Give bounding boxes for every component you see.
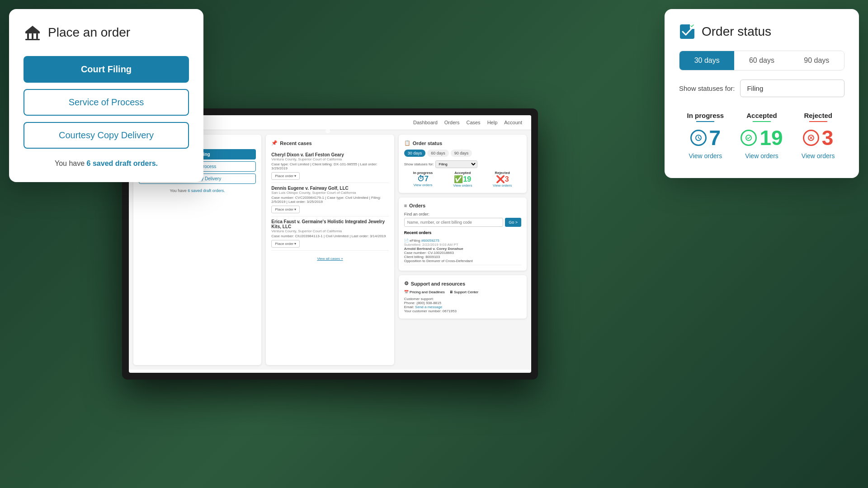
tab-90-days[interactable]: 90 days (789, 51, 844, 70)
view-all-cases-link[interactable]: View all cases » (317, 257, 343, 261)
case-court-1: Ventura County, Superior Court of Califo… (271, 157, 388, 161)
nav-help[interactable]: Help (487, 120, 498, 125)
order-item-1: 📄 eFiling #60059275 Submitted: 2/22/2019… (404, 237, 521, 265)
place-order-case1[interactable]: Place order ▾ (271, 172, 300, 180)
checklist-icon: 📋 (404, 140, 410, 146)
case-item-2: Dennis Eugene v. Fairway Golf, LLC San L… (271, 183, 388, 216)
order-status-widget-title: 📋 Order status (404, 140, 521, 146)
right-column: 📋 Order status 30 days 60 days 90 days S… (399, 135, 527, 365)
order-status-widget: 📋 Order status 30 days 60 days 90 days S… (399, 135, 527, 193)
accepted-col-label: Accepted (736, 112, 788, 119)
period-tabs: 30 days 60 days 90 days (679, 51, 844, 70)
pricing-support[interactable]: 📅 Pricing and Deadlines (404, 290, 445, 294)
show-statuses-sm: Show statuses for: (404, 162, 434, 166)
send-message-link[interactable]: Send a message (415, 305, 442, 309)
courtesy-copy-button[interactable]: Courtesy Copy Delivery (24, 122, 189, 149)
checkbox-icon (679, 23, 695, 40)
view-rejected-sm[interactable]: View orders (483, 183, 521, 188)
nav-dashboard[interactable]: Dashboard (413, 120, 438, 125)
svg-rect-1 (27, 33, 29, 39)
rejected-count-sm: ❌3 (483, 175, 521, 183)
in-progress-count-sm: ⏱7 (404, 175, 442, 183)
nav-orders[interactable]: Orders (444, 120, 460, 125)
show-statuses-row: Show statuses for: Filing Service of Pro… (679, 80, 844, 97)
support-title: ⚙ Support and resources (404, 281, 521, 286)
order-search-input[interactable] (404, 218, 504, 227)
pin-icon: 📌 (271, 140, 278, 146)
case-name-2: Dennis Eugene v. Fairway Golf, LLC (271, 186, 388, 191)
period-tabs-sm: 30 days 60 days 90 days (404, 150, 521, 157)
customer-support: Customer support: Phone: (800) 938-8815 … (404, 297, 521, 313)
view-accepted-sm[interactable]: View orders (443, 183, 481, 188)
case-details-1: Case type: Civil Limited | Client billin… (271, 162, 388, 170)
court-filing-button[interactable]: Court Filing (24, 56, 189, 83)
bank-icon (24, 23, 42, 42)
support-center[interactable]: 🖥 Support Center (449, 290, 478, 294)
svg-rect-2 (32, 33, 33, 39)
checkmark-icon (741, 130, 757, 146)
in-progress-number-row: 7 (679, 127, 732, 148)
nav-links: Dashboard Orders Cases Help Account (413, 120, 522, 125)
rejected-col-label: Rejected (792, 112, 844, 119)
in-progress-col: In progress 7 View orders (679, 108, 732, 164)
view-accepted-link[interactable]: View orders (745, 152, 778, 160)
rejected-count: 3 (822, 127, 834, 148)
service-of-process-button[interactable]: Service of Process (24, 89, 189, 116)
recent-orders-label: Recent orders (404, 230, 521, 235)
place-order-case3[interactable]: Place order ▾ (271, 240, 300, 248)
case-item-3: Erica Faust v. Germaine's Holistic Integ… (271, 216, 388, 251)
case-court-3: Ventura County, Superior Court of Califo… (271, 229, 388, 233)
place-order-card: Place an order Court Filing Service of P… (9, 9, 203, 182)
draft-text-sm: You have 6 saved draft orders. (139, 188, 256, 193)
tab-60-days[interactable]: 60 days (734, 51, 789, 70)
order-status-card: Order status 30 days 60 days 90 days Sho… (665, 9, 859, 178)
accepted-col-sm: Accepted ✅19 View orders (443, 171, 481, 188)
svg-marker-5 (25, 26, 40, 32)
accepted-col: Accepted 19 View orders (736, 108, 788, 164)
accepted-label-sm: Accepted (443, 171, 481, 175)
rejected-col-sm: Rejected ❌3 View orders (483, 171, 521, 188)
card-place-order-header: Place an order (24, 23, 189, 42)
go-button[interactable]: Go > (505, 218, 521, 227)
find-order-label: Find an order: (404, 212, 521, 216)
rejected-divider (809, 121, 827, 122)
case-court-2: San Luis Obispo County, Superior Court o… (271, 191, 388, 195)
gear-icon: ⚙ (404, 281, 409, 286)
accepted-divider (753, 121, 771, 122)
tab-30-days[interactable]: 30 days (679, 51, 734, 70)
status-filter-dropdown[interactable]: Filing Service of Process Courtesy Copy (740, 80, 844, 97)
status-dropdown-sm[interactable]: Filing Service of Process (435, 160, 477, 168)
status-grid-sm: In progress ⏱7 View orders Accepted ✅19 … (404, 171, 521, 188)
tab-30-sm[interactable]: 30 days (404, 150, 426, 157)
view-in-progress-sm[interactable]: View orders (404, 183, 442, 187)
draft-orders-link[interactable]: 6 saved draft orders. (87, 160, 158, 167)
show-statuses-label: Show statuses for: (679, 84, 735, 92)
place-order-title: Place an order (48, 25, 130, 40)
rejected-col: Rejected 3 View orders (792, 108, 844, 164)
order-number-link[interactable]: #60059275 (421, 239, 439, 243)
in-progress-label-sm: In progress (404, 171, 442, 175)
view-in-progress-link[interactable]: View orders (689, 152, 722, 160)
svg-rect-4 (25, 39, 40, 40)
in-progress-divider (696, 121, 714, 122)
place-order-case2[interactable]: Place order ▾ (271, 206, 300, 213)
clock-icon (690, 130, 707, 146)
in-progress-col-label: In progress (679, 112, 732, 119)
orders-widget-title: ≡ Orders (404, 203, 521, 208)
search-row: Go > (404, 218, 521, 227)
nav-cases[interactable]: Cases (466, 120, 480, 125)
tab-90-sm[interactable]: 90 days (451, 150, 472, 157)
svg-rect-0 (25, 32, 40, 33)
order-status-title: Order status (702, 24, 771, 39)
nav-account[interactable]: Account (504, 120, 522, 125)
list-icon: ≡ (404, 203, 407, 208)
in-progress-col-sm: In progress ⏱7 View orders (404, 171, 442, 188)
case-item-1: Cheryl Dixon v. Earl Feston Geary Ventur… (271, 150, 388, 183)
rejected-label-sm: Rejected (483, 171, 521, 175)
svg-rect-3 (36, 33, 38, 39)
view-rejected-link[interactable]: View orders (802, 152, 835, 160)
draft-link-sm[interactable]: 6 saved draft orders. (188, 188, 225, 193)
support-icons: 📅 Pricing and Deadlines 🖥 Support Center (404, 290, 521, 294)
accepted-count: 19 (760, 127, 783, 148)
tab-60-sm[interactable]: 60 days (427, 150, 449, 157)
